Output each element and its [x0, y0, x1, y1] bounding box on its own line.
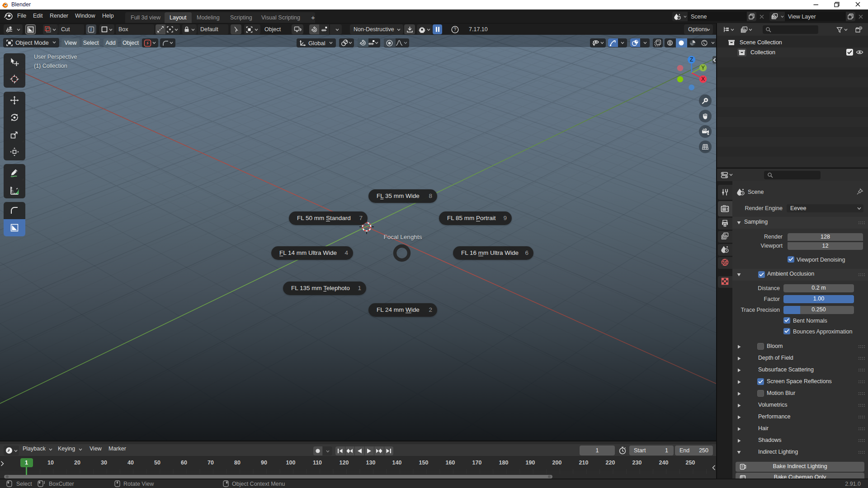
- svg-text:Z: Z: [690, 56, 693, 63]
- svg-text:X: X: [701, 76, 705, 82]
- svg-text:?: ?: [454, 27, 457, 32]
- svg-text:Y: Y: [701, 65, 705, 71]
